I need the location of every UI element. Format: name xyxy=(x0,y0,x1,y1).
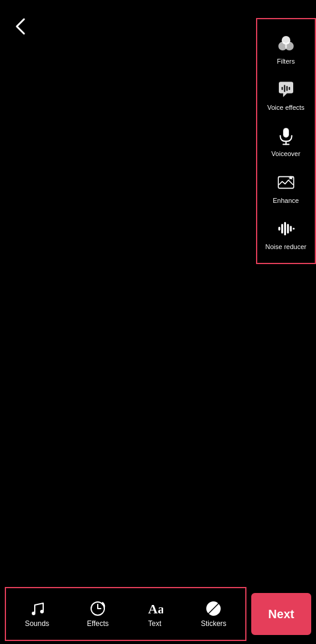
svg-text:Aa: Aa xyxy=(148,601,163,616)
voice-effects-label: Voice effects xyxy=(267,104,305,112)
sounds-button[interactable]: Sounds xyxy=(19,595,55,633)
effects-icon xyxy=(89,600,106,617)
enhance-icon xyxy=(274,170,298,194)
stickers-icon xyxy=(205,600,222,617)
bottom-tools: Sounds Effects xyxy=(5,587,246,641)
svg-rect-13 xyxy=(281,224,283,233)
next-label: Next xyxy=(268,607,294,621)
filters-label: Filters xyxy=(277,58,295,65)
next-button[interactable]: Next xyxy=(251,593,311,635)
svg-rect-15 xyxy=(287,224,288,233)
svg-rect-17 xyxy=(293,227,294,229)
text-icon: Aa xyxy=(146,600,163,617)
back-button[interactable] xyxy=(10,12,31,44)
voiceover-icon xyxy=(274,124,298,148)
svg-rect-12 xyxy=(278,227,280,230)
stickers-button[interactable]: Stickers xyxy=(195,595,233,633)
svg-point-18 xyxy=(32,612,35,615)
stickers-label: Stickers xyxy=(201,619,227,628)
voice-effects-button[interactable]: Voice effects xyxy=(263,71,309,118)
noise-reducer-button[interactable]: Noise reducer xyxy=(261,211,311,257)
noise-reducer-icon xyxy=(274,217,298,241)
music-icon xyxy=(29,600,46,617)
noise-reducer-label: Noise reducer xyxy=(266,243,306,251)
svg-rect-7 xyxy=(283,128,289,138)
svg-point-2 xyxy=(285,42,293,50)
svg-rect-16 xyxy=(290,226,291,232)
filters-icon xyxy=(274,31,298,55)
right-toolbar: Filters Voice effects xyxy=(256,18,316,264)
bottom-bar: Sounds Effects xyxy=(0,584,316,644)
effects-label: Effects xyxy=(87,619,109,628)
effects-button[interactable]: Effects xyxy=(81,595,115,633)
enhance-button[interactable]: Enhance xyxy=(265,164,307,211)
voice-effects-icon xyxy=(274,77,298,101)
enhance-label: Enhance xyxy=(273,197,299,205)
voiceover-label: Voiceover xyxy=(272,150,300,158)
svg-rect-14 xyxy=(284,222,286,235)
filters-button[interactable]: Filters xyxy=(265,25,307,71)
voiceover-button[interactable]: Voiceover xyxy=(265,118,307,164)
main-canvas: Filters Voice effects xyxy=(0,0,316,644)
sounds-label: Sounds xyxy=(25,619,49,628)
text-label: Text xyxy=(148,619,161,628)
svg-point-19 xyxy=(40,610,44,613)
text-button[interactable]: Aa Text xyxy=(140,595,169,633)
